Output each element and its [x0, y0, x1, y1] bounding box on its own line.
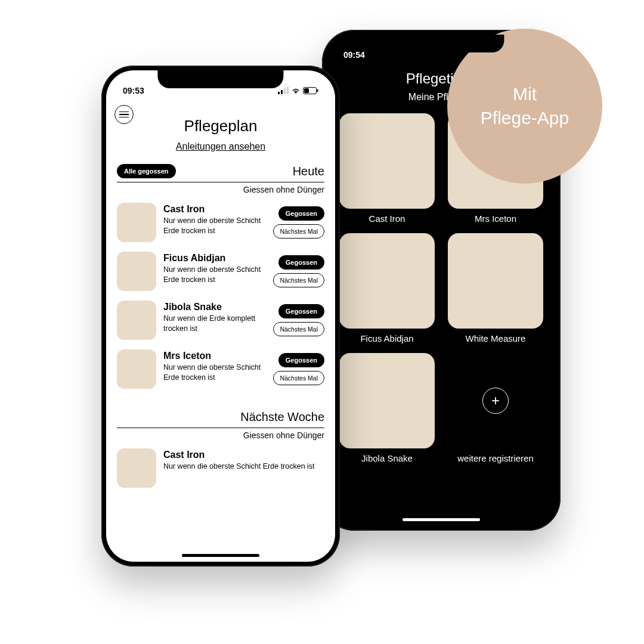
plant-tile[interactable]: Jibola Snake [338, 353, 436, 463]
notch [157, 70, 283, 88]
plant-name: Mrs Iceton [163, 351, 266, 361]
plant-row: Cast Iron Nur wenn die oberste Schicht E… [106, 198, 335, 247]
plant-thumbnail [448, 233, 543, 329]
plant-label: Ficus Abidjan [360, 333, 413, 343]
svg-rect-8 [281, 90, 283, 94]
section-note: Giessen ohne Dünger [106, 429, 335, 444]
plant-thumbnail[interactable] [117, 301, 156, 340]
plant-thumbnail [339, 233, 435, 329]
status-time: 09:54 [343, 50, 365, 60]
plant-desc: Nur wenn die oberste Schicht Erde trocke… [163, 462, 324, 472]
next-time-button[interactable]: Nächstes Mal [273, 224, 324, 239]
plant-name: Cast Iron [163, 204, 266, 215]
plant-thumbnail[interactable] [117, 349, 156, 389]
badge-line1: Mit [513, 84, 537, 104]
home-indicator[interactable] [182, 554, 259, 557]
plant-thumbnail[interactable] [117, 252, 156, 291]
instructions-link[interactable]: Anleitungen ansehen [106, 141, 335, 152]
svg-rect-10 [287, 87, 289, 94]
add-plant-thumb: + [448, 353, 543, 448]
svg-rect-13 [304, 88, 309, 93]
plant-tile[interactable]: White Measure [446, 233, 545, 343]
plant-label: Cast Iron [369, 213, 405, 224]
plant-desc: Nur wenn die oberste Schicht Erde trocke… [163, 363, 266, 383]
home-indicator[interactable] [402, 518, 480, 521]
section-header-nextweek: Nächste Woche [106, 394, 335, 426]
plant-name: Ficus Abidjan [163, 253, 266, 264]
screen-pflegeplan: 09:53 P [106, 70, 335, 562]
plant-tile[interactable]: Cast Iron [338, 113, 436, 224]
plant-name: Cast Iron [163, 450, 324, 460]
divider [117, 182, 324, 182]
plant-row: Cast Iron Nur wenn die oberste Schicht E… [106, 444, 335, 493]
watered-button[interactable]: Gegossen [278, 206, 324, 221]
plant-desc: Nur wenn die oberste Schicht Erde trocke… [163, 216, 266, 236]
plant-row: Ficus Abidjan Nur wenn die oberste Schic… [106, 247, 335, 296]
menu-button[interactable] [114, 105, 134, 124]
add-plant-tile[interactable]: + weitere registrieren [446, 353, 545, 463]
watered-button[interactable]: Gegossen [278, 353, 324, 367]
plant-desc: Nur wenn die Erde komplett trocken ist [163, 314, 266, 334]
plant-thumbnail[interactable] [117, 448, 156, 488]
svg-rect-9 [284, 88, 286, 94]
plant-name: Jibola Snake [163, 302, 266, 312]
plant-row: Mrs Iceton Nur wenn die oberste Schicht … [106, 345, 335, 394]
plant-thumbnail [339, 353, 435, 448]
signal-icon [278, 87, 289, 94]
plus-icon: + [482, 388, 509, 414]
plant-label: Jibola Snake [361, 453, 413, 463]
svg-rect-12 [317, 89, 318, 92]
section-title: Nächste Woche [240, 410, 324, 424]
section-note: Giessen ohne Dünger [106, 184, 335, 198]
phone-mock-1: 09:53 P [101, 66, 340, 566]
watered-button[interactable]: Gegossen [278, 255, 324, 270]
all-watered-button[interactable]: Alle gegossen [117, 164, 176, 178]
add-plant-label: weitere registrieren [457, 453, 534, 463]
next-time-button[interactable]: Nächstes Mal [273, 322, 324, 336]
divider [117, 428, 324, 428]
plant-thumbnail[interactable] [117, 203, 156, 242]
plant-tile[interactable]: Ficus Abidjan [338, 233, 436, 343]
battery-icon [303, 87, 318, 94]
plant-label: Mrs Iceton [475, 213, 516, 224]
plant-label: White Measure [466, 333, 526, 343]
plant-desc: Nur wenn die oberste Schicht Erde trocke… [163, 265, 266, 285]
page-title: Pflegeplan [106, 117, 335, 135]
section-header-today: Alle gegossen Heute [106, 152, 335, 181]
wifi-icon [291, 87, 301, 94]
plant-thumbnail [339, 113, 435, 209]
next-time-button[interactable]: Nächstes Mal [273, 371, 324, 385]
next-time-button[interactable]: Nächstes Mal [273, 273, 324, 287]
notch [378, 35, 504, 52]
section-title: Heute [293, 165, 324, 178]
badge-line2: Pflege-App [481, 108, 569, 128]
status-icons [278, 87, 318, 94]
hamburger-icon [119, 112, 129, 118]
svg-rect-7 [278, 92, 280, 94]
plant-row: Jibola Snake Nur wenn die Erde komplett … [106, 296, 335, 345]
status-time: 09:53 [123, 86, 144, 95]
watered-button[interactable]: Gegossen [278, 304, 324, 318]
